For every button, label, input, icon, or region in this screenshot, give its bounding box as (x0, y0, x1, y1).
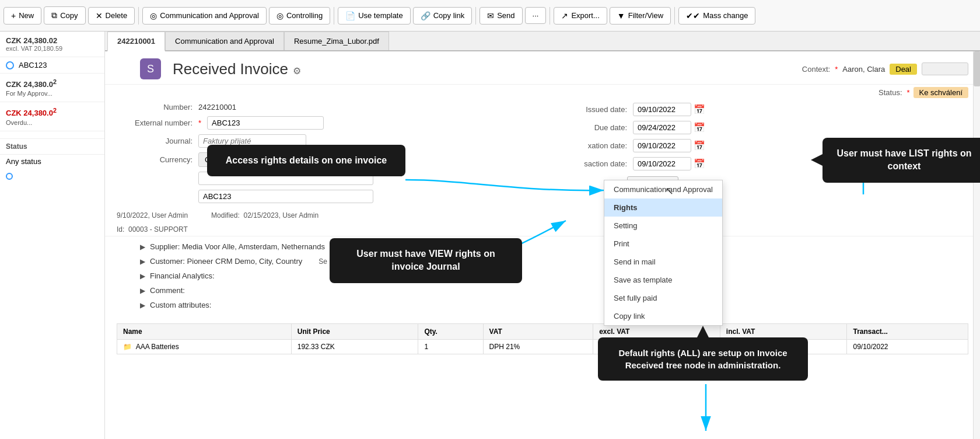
controlling-button[interactable]: ◎ Controlling (269, 7, 330, 25)
invoice-title-group: Received Invoice ⚙ (173, 60, 301, 78)
filter-view-button[interactable]: ▼ Filter/View (610, 7, 671, 25)
transaction-date-calendar-icon[interactable]: 📅 (694, 158, 705, 169)
status-value: Ke schválení (914, 87, 968, 98)
financial-arrow: ▶ (140, 272, 145, 280)
comment-section[interactable]: ▶ Comment: (140, 283, 968, 298)
right-area: 242210001 Communication and Approval Res… (105, 32, 980, 439)
issued-date-calendar-icon[interactable]: 📅 (694, 104, 705, 115)
row-transact: 09/10/2022 (847, 340, 968, 354)
tab-resume[interactable]: Resume_Zima_Lubor.pdf (284, 32, 389, 50)
dropdown-item-rights[interactable]: Rights (604, 198, 722, 217)
taxation-date-calendar-icon[interactable]: 📅 (694, 140, 705, 151)
transaction-date-label: saction date: (551, 159, 627, 168)
dropdown-item-send-mail[interactable]: Send in mail (604, 253, 722, 271)
toolbar-separator (138, 7, 139, 25)
supplier-arrow: ▶ (140, 243, 145, 251)
dropdown-item-set-paid[interactable]: Set fully paid (604, 289, 722, 307)
send-button[interactable]: ✉ Send (480, 7, 522, 25)
folder-icon: 📁 (123, 343, 132, 351)
left-invoice-item-3[interactable]: CZK 24,380.02 Overdu... (0, 102, 104, 131)
invoice-label-2: For My Approv... (6, 90, 99, 97)
issued-date-input[interactable] (633, 103, 691, 116)
dropdown-menu: Communication and Approval Rights Settin… (604, 180, 723, 326)
left-invoice-item-2[interactable]: CZK 24,380.02 For My Approv... (0, 74, 104, 102)
row-vat: DPH 21% (483, 340, 593, 354)
ext-required: * (198, 119, 201, 127)
customer-label: Customer: Pioneer CRM Demo, City, Countr… (150, 257, 302, 266)
toolbar-separator-4 (550, 7, 550, 25)
delete-button[interactable]: ✕ Delete (88, 7, 135, 25)
tab-comm-approval[interactable]: Communication and Approval (165, 32, 284, 50)
any-status-row[interactable]: Any status (0, 155, 104, 168)
status-circle-1 (6, 61, 14, 69)
dropdown-item-comm-approval[interactable]: Communication and Approval (604, 180, 722, 198)
invoice-amount-2: CZK 24,380.02 (6, 78, 99, 89)
controlling-icon: ◎ (276, 11, 284, 20)
customer-arrow: ▶ (140, 257, 145, 266)
row-name: 📁 AAA Batteries (117, 340, 292, 354)
new-button[interactable]: + New (4, 7, 41, 25)
context-extra-field[interactable] (922, 62, 968, 75)
created-info: 9/10/2022, User Admin (117, 211, 188, 220)
invoice-amount-3: CZK 24,380.02 (6, 107, 99, 117)
dropdown-item-print[interactable]: Print (604, 235, 722, 253)
external-number-label: External number: (117, 119, 192, 127)
tab-242210001[interactable]: 242210001 (107, 32, 165, 51)
tooltip-list-rights: User must have LIST rights on context (822, 138, 980, 183)
comm-approval-button[interactable]: ◎ Communication and Approval (142, 7, 267, 25)
plus-icon: + (11, 11, 16, 20)
toolbar: + New ⧉ Copy ✕ Delete ◎ Communication an… (0, 0, 980, 32)
more-button[interactable]: ··· (525, 7, 547, 24)
export-icon: ↗ (561, 11, 568, 20)
invoice-excl-1: excl. VAT 20,180.59 (6, 45, 99, 52)
copy-button[interactable]: ⧉ Copy (44, 6, 85, 25)
left-list-item-status[interactable]: ABC123 (0, 57, 104, 74)
more-icon: ··· (533, 11, 539, 20)
supplier-section[interactable]: ▶ Supplier: Media Voor Alle, Amsterdam, … (140, 239, 968, 254)
comm-icon: ◎ (150, 11, 157, 20)
dropdown-item-setting[interactable]: Setting (604, 217, 722, 235)
context-tag: Deal (890, 64, 917, 75)
customer-section[interactable]: ▶ Customer: Pioneer CRM Demo, City, Coun… (140, 254, 968, 269)
table-row[interactable]: 📁 AAA Batteries 192.33 CZK 1 DPH 21% 192… (117, 340, 968, 354)
dropdown-item-copy-link[interactable]: Copy link (604, 307, 722, 325)
col-qty: Qty. (418, 324, 483, 340)
row-unit-price: 192.33 CZK (291, 340, 418, 354)
scrollbar-thumb[interactable] (974, 51, 980, 86)
number-label: Number: (117, 103, 192, 112)
number-field-row: Number: 242210001 (117, 103, 534, 112)
mass-change-button[interactable]: ✔✔ Mass change (678, 7, 755, 25)
currency-label: Currency: (117, 155, 192, 164)
status-section: Status Any status (0, 138, 104, 184)
scrollbar-track[interactable] (973, 51, 980, 439)
comment-arrow: ▶ (140, 287, 145, 295)
due-date-calendar-icon[interactable]: 📅 (694, 122, 705, 133)
tooltip-view-rights: User must have VIEW rights on invoice Jo… (330, 238, 522, 283)
invoice-header: S Received Invoice ⚙ Context: * Aaron, C… (105, 51, 980, 85)
any-status-label: Any status (6, 157, 41, 166)
financial-analytics-section[interactable]: ▶ Financial Analytics: (140, 269, 968, 283)
template-icon: 📄 (345, 11, 355, 20)
expand-sections: ▶ Supplier: Media Voor Alle, Amsterdam, … (105, 236, 980, 314)
due-date-input[interactable] (633, 121, 691, 134)
status-header: Status (0, 139, 104, 155)
toolbar-separator-3 (475, 7, 476, 25)
mass-change-icon: ✔✔ (686, 11, 700, 20)
left-invoice-item-1[interactable]: CZK 24,380.02 excl. VAT 20,180.59 (0, 32, 104, 57)
custom-attributes-section[interactable]: ▶ Custom attributes: (140, 298, 968, 312)
transaction-date-input[interactable] (633, 157, 691, 170)
row-qty: 1 (418, 340, 483, 354)
export-button[interactable]: ↗ Export... (554, 7, 607, 25)
content-area: S Received Invoice ⚙ Context: * Aaron, C… (105, 51, 980, 439)
external-number-input[interactable] (207, 116, 324, 130)
issued-date-field: 📅 (633, 103, 705, 116)
col-vat: VAT (483, 324, 593, 340)
taxation-date-input[interactable] (633, 139, 691, 152)
ext-num-repeat-input[interactable] (198, 190, 373, 203)
copy-icon: ⧉ (51, 11, 57, 20)
use-template-button[interactable]: 📄 Use template (338, 7, 411, 25)
journal-label: Journal: (117, 137, 192, 145)
copy-link-button[interactable]: 🔗 Copy link (413, 7, 472, 25)
dropdown-item-save-template[interactable]: Save as template (604, 271, 722, 289)
gear-icon[interactable]: ⚙ (293, 66, 301, 76)
